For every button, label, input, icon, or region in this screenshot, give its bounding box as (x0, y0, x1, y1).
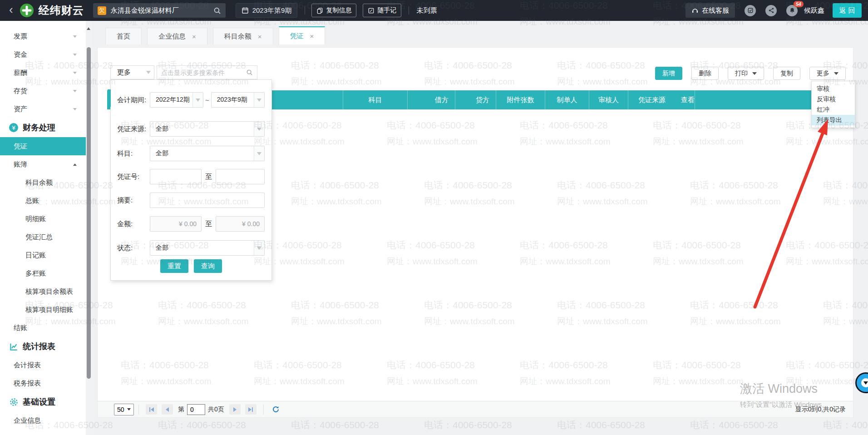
return-button[interactable]: 返回 (833, 3, 862, 18)
sidebar-item[interactable]: ¥ 统计报表 (0, 337, 86, 356)
page-input[interactable] (187, 404, 205, 415)
column-header-label: 审核人 (598, 96, 619, 104)
sidebar-item[interactable]: ¥ 日记账 (0, 246, 86, 264)
sidebar-item[interactable]: ¥ 凭证 (0, 137, 86, 155)
gear-icon (9, 397, 18, 406)
sidebar-scrollbar[interactable] (86, 21, 92, 435)
column-header-label: 贷方 (476, 96, 489, 104)
chevron-down-icon (192, 93, 203, 107)
sidebar-item[interactable]: ¥ 资金 (0, 45, 86, 64)
sidebar-item[interactable]: ¥ 发票 (0, 27, 86, 45)
filter-search-input[interactable] (161, 69, 246, 76)
voucher-no-from-input[interactable] (150, 169, 202, 184)
chevron-down-icon (73, 108, 77, 110)
sidebar-item[interactable]: ¥ 明细账 (0, 210, 86, 228)
column-header[interactable]: 查看 (681, 90, 695, 109)
sidebar-item[interactable]: ¥ 凭证汇总 (0, 228, 86, 246)
filter-more-select[interactable]: 更多 (110, 65, 154, 79)
sidebar-item[interactable]: ¥ 结账 (0, 319, 86, 337)
online-service-button[interactable]: 在线客服 (686, 3, 735, 18)
period-to-select[interactable]: 2023年9期 (211, 92, 265, 108)
period-selector[interactable]: 2023年第9期 (236, 3, 298, 18)
refresh-icon[interactable] (272, 405, 280, 413)
column-header[interactable]: 凭证来源 (628, 90, 681, 109)
amount-to-input[interactable] (216, 216, 265, 232)
reset-button[interactable]: 重置 (160, 259, 188, 273)
column-header[interactable]: 附件张数 (496, 90, 545, 109)
first-page-button[interactable] (146, 404, 157, 415)
menu-item[interactable]: 红冲 (812, 104, 855, 115)
column-header[interactable]: 借方 (408, 90, 455, 109)
menu-item[interactable]: 列表导出 (812, 115, 855, 125)
sidebar-item[interactable]: ¥ 基础设置 (0, 392, 86, 411)
menu-item-label: 反审核 (817, 95, 836, 104)
tab[interactable]: 科目余额 × (213, 28, 273, 44)
divider (305, 6, 305, 15)
source-select[interactable]: 全部 (150, 121, 265, 137)
divider (138, 405, 139, 415)
source-row: 凭证来源: 全部 (117, 121, 265, 137)
sidebar-item[interactable]: ¥ 核算项目明细账 (0, 301, 86, 319)
column-header-label: 科目 (369, 96, 382, 104)
sidebar-item[interactable]: ¥ 税务报表 (0, 374, 86, 392)
company-search[interactable]: 欠 永清县金锐保温材料厂 (93, 3, 226, 18)
copy-info-button[interactable]: 复制信息 (311, 4, 356, 17)
sidebar-item[interactable]: ¥ 多栏账 (0, 264, 86, 282)
sidebar-item[interactable]: ¥ 总账 (0, 192, 86, 210)
share-icon[interactable] (765, 5, 777, 16)
tasks-icon[interactable] (745, 5, 756, 16)
period-from-select[interactable]: 2022年12期 (150, 92, 203, 108)
column-header[interactable]: 科目 (343, 90, 408, 109)
sidebar-item[interactable]: ¥ 会计报表 (0, 356, 86, 374)
close-icon[interactable]: × (192, 33, 196, 40)
query-button[interactable]: 查询 (194, 259, 222, 273)
back-chevron-icon[interactable]: ‹ (9, 4, 13, 15)
more-button[interactable]: 更多 (809, 67, 846, 80)
last-page-button[interactable] (245, 404, 256, 415)
calendar-icon (242, 7, 249, 14)
page-size-select[interactable]: 50 (114, 404, 134, 415)
prev-page-button[interactable] (162, 404, 173, 415)
page-prefix-label: 第 (178, 405, 184, 414)
subject-select[interactable]: 全部 (150, 146, 265, 161)
sidebar-item[interactable]: ¥ 核算项目余额表 (0, 282, 86, 301)
filter-search-box[interactable] (157, 65, 257, 79)
menu-item[interactable]: 反审核 (812, 94, 855, 104)
notification-bell-icon[interactable]: 54 (786, 5, 798, 16)
menu-item[interactable]: 审核 (812, 84, 855, 94)
delete-button[interactable]: 删除 (691, 67, 719, 80)
sidebar-item-label: 核算项目余额表 (25, 287, 73, 296)
menu-item-label: 列表导出 (817, 116, 842, 124)
amount-from-input[interactable] (150, 216, 202, 232)
column-header[interactable]: 审核人 (589, 90, 628, 109)
tab[interactable]: 首页 × (105, 28, 142, 44)
tab[interactable]: 企业信息 × (147, 28, 207, 44)
chevron-down-icon (254, 241, 264, 255)
sidebar-item[interactable]: ¥ 存货 (0, 82, 86, 100)
sidebar-item[interactable]: ¥ 薪酬 (0, 64, 86, 82)
summary-input[interactable] (150, 193, 265, 208)
column-header[interactable]: 贷方 (455, 90, 496, 109)
online-service-label: 在线客服 (702, 6, 729, 15)
tab[interactable]: 凭证 × (279, 26, 326, 44)
sidebar-item[interactable]: ¥ 资产 (0, 100, 86, 118)
sidebar-item[interactable]: ¥ 科目余额 (0, 173, 86, 192)
username[interactable]: 候跃鑫 (804, 6, 824, 15)
not-arrived-label[interactable]: 未到票 (416, 6, 437, 15)
sidebar-item[interactable]: ¥ 账簿 (0, 155, 86, 173)
scrollbar-thumb[interactable] (87, 47, 91, 379)
sidebar-item[interactable]: ¥ 财务处理 (0, 118, 86, 137)
close-icon[interactable]: × (258, 33, 262, 40)
voucher-no-to-input[interactable] (216, 169, 265, 184)
scroll-up-icon[interactable] (87, 27, 90, 30)
next-page-button[interactable] (229, 404, 241, 415)
chevron-down-icon (254, 146, 264, 161)
close-icon[interactable]: × (310, 32, 314, 40)
copy-button[interactable]: 复制 (773, 67, 800, 80)
print-button[interactable]: 打印 (728, 67, 764, 80)
add-button[interactable]: 新增 (655, 67, 682, 80)
quick-note-button[interactable]: 随手记 (363, 4, 401, 17)
column-header[interactable]: 制单人 (545, 90, 589, 109)
sidebar-item[interactable]: ¥ 企业信息 (0, 411, 86, 430)
status-select[interactable]: 全部 (150, 240, 265, 256)
